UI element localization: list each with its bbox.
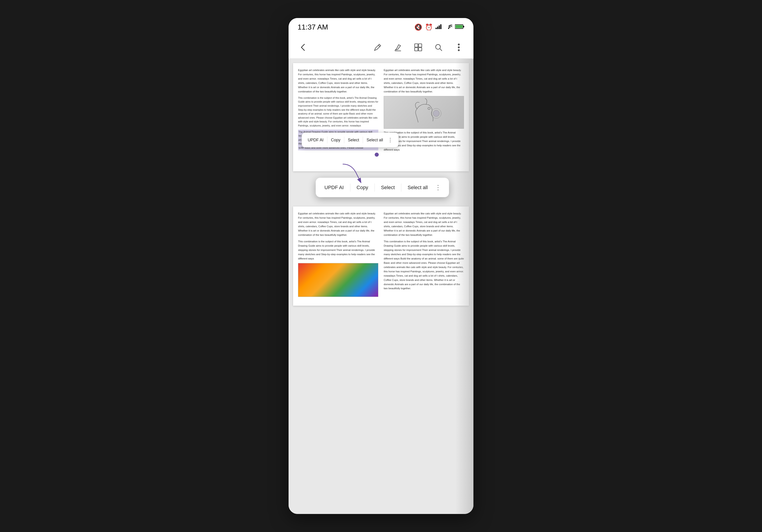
lower-menu-select-all[interactable]: Select all — [406, 184, 429, 191]
svg-rect-11 — [415, 47, 418, 51]
page1-left-para2: This combination is the subject of this … — [298, 96, 378, 128]
page2-left-para1: Egyptian art celebrates animals like cat… — [298, 211, 378, 237]
battery-icon — [455, 24, 464, 31]
horse-sketch-image — [384, 96, 464, 129]
lower-menu-updf-ai[interactable]: UPDF AI — [323, 184, 345, 191]
signal-icon — [435, 24, 442, 31]
page2-left-col: Egyptian art celebrates animals like cat… — [298, 211, 378, 297]
upper-menu-div3 — [363, 137, 363, 143]
status-time: 11:37 AM — [298, 23, 328, 31]
bird-image — [298, 263, 378, 297]
lower-menu-select[interactable]: Select — [379, 184, 397, 191]
upper-menu-select-all[interactable]: Select all — [365, 137, 384, 143]
volume-icon: 🔇 — [415, 24, 422, 31]
status-icons: 🔇 ⏰ — [415, 24, 464, 31]
svg-point-16 — [458, 46, 460, 48]
annotate-button[interactable] — [370, 39, 386, 55]
svg-rect-3 — [440, 24, 441, 29]
lower-menu-more-icon[interactable]: ⋮ — [434, 183, 442, 192]
curved-arrow — [338, 162, 365, 185]
back-button[interactable] — [295, 39, 311, 55]
upper-menu-updf-ai[interactable]: UPDF AI — [306, 137, 325, 143]
svg-point-17 — [458, 49, 460, 51]
svg-rect-10 — [419, 44, 422, 47]
lower-menu-div2 — [374, 184, 375, 191]
wifi-icon — [445, 24, 452, 31]
lower-menu-div3 — [401, 184, 401, 191]
page1-right-para1: Egyptian art celebrates animals like cat… — [384, 68, 464, 94]
context-menu-lower: UPDF AI Copy Select Select all ⋮ — [316, 178, 449, 197]
svg-rect-2 — [439, 26, 440, 29]
page2-right-col: Egyptian art celebrates animals like cat… — [384, 211, 464, 297]
pdf-content-area[interactable]: Egyptian art celebrates animals like cat… — [288, 59, 474, 514]
svg-point-20 — [433, 110, 439, 116]
svg-rect-0 — [435, 28, 437, 29]
pdf-page-2: Egyptian art celebrates animals like cat… — [293, 206, 469, 306]
page2-left-para2: This combination is the subject of this … — [298, 239, 378, 261]
svg-rect-12 — [419, 47, 422, 51]
svg-rect-7 — [463, 26, 464, 28]
page1-left-para1: Egyptian art celebrates animals like cat… — [298, 68, 378, 94]
app-toolbar — [288, 36, 474, 59]
svg-rect-6 — [455, 25, 463, 28]
page2-right-para1: Egyptian art celebrates animals like cat… — [384, 211, 464, 237]
upper-menu-copy[interactable]: Copy — [330, 137, 342, 143]
upper-menu-more-icon[interactable]: ⋮ — [387, 136, 394, 144]
lower-menu-row: UPDF AI Copy Select Select all ⋮ — [293, 175, 469, 202]
page2-two-col: Egyptian art celebrates animals like cat… — [298, 211, 464, 297]
page2-right-para2: This combination is the subject of this … — [384, 239, 464, 291]
search-button[interactable] — [430, 39, 446, 55]
svg-line-14 — [440, 48, 442, 50]
highlight-button[interactable] — [390, 39, 406, 55]
upper-menu-select[interactable]: Select — [346, 137, 360, 143]
status-bar: 11:37 AM 🔇 ⏰ — [288, 18, 474, 36]
lower-menu-div1 — [350, 184, 350, 191]
pdf-pages: Egyptian art celebrates animals like cat… — [293, 63, 469, 509]
phone-container: 11:37 AM 🔇 ⏰ — [288, 18, 474, 514]
toolbar-right — [370, 39, 467, 55]
svg-point-15 — [458, 43, 460, 45]
svg-point-18 — [428, 107, 430, 110]
svg-point-4 — [448, 28, 449, 29]
selection-handle-bottom — [375, 153, 379, 157]
svg-rect-9 — [415, 44, 418, 47]
svg-rect-1 — [437, 27, 438, 29]
lower-menu-copy[interactable]: Copy — [355, 184, 370, 191]
alarm-icon: ⏰ — [425, 24, 433, 31]
toolbar-left — [295, 39, 311, 55]
pages-button[interactable] — [410, 39, 426, 55]
context-menu-upper: UPDF AI Copy Select Select all ⋮ — [302, 132, 399, 147]
more-button[interactable] — [451, 39, 467, 55]
pdf-page-1: Egyptian art celebrates animals like cat… — [293, 63, 469, 171]
